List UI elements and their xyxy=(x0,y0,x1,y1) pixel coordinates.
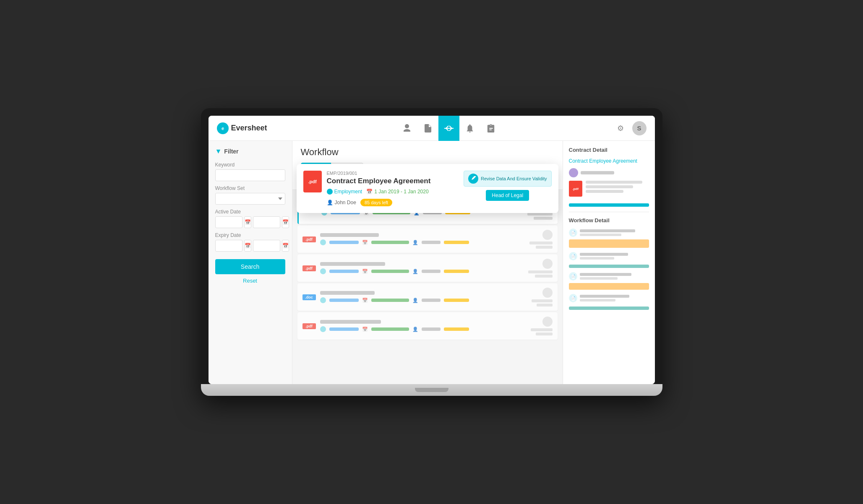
reset-link[interactable]: Reset xyxy=(215,278,285,284)
wf-row-1: 📄 xyxy=(569,229,649,237)
tooltip-file-icon: .pdf xyxy=(303,190,322,192)
keyword-input[interactable] xyxy=(215,169,285,181)
settings-icon[interactable]: ⚙ xyxy=(614,122,627,135)
date-badge: 📅 1 Jan 2019 - 1 Jan 2020 xyxy=(366,190,428,195)
wf-bars-3 xyxy=(580,273,649,280)
keyword-label: Keyword xyxy=(215,162,285,168)
contract-right xyxy=(529,230,553,249)
contract-info: 📅 👤 xyxy=(320,233,525,245)
person-bar xyxy=(422,241,441,244)
contract-detail-title: Contract Detail xyxy=(569,147,649,153)
contract-info: 📅 👤 xyxy=(320,262,524,274)
wf-orange-block-2 xyxy=(569,283,649,290)
expiry-date-from[interactable] xyxy=(215,240,242,252)
laptop-frame: e Eversheet xyxy=(201,108,662,396)
workflow-set-label: Workflow Set xyxy=(215,185,285,191)
contracts-list: .doc 📅 👤 xyxy=(292,190,563,384)
app-header: e Eversheet xyxy=(209,116,655,141)
contract-right xyxy=(528,259,553,278)
active-date-cal-icon[interactable]: 📅 xyxy=(244,216,251,228)
category-bar xyxy=(329,327,359,331)
logo[interactable]: e Eversheet xyxy=(217,122,267,134)
contract-tooltip-popup: .pdf EMP/2019/001 Contract Employee Agre… xyxy=(297,190,558,213)
category-label: Employment xyxy=(334,190,362,195)
active-date-to-cal-icon[interactable]: 📅 xyxy=(282,216,289,228)
contract-info: 📅 👤 xyxy=(320,320,527,332)
user-avatar[interactable]: S xyxy=(632,121,647,135)
contract-row[interactable]: .pdf 📅 👤 xyxy=(297,255,558,282)
panel-status-bar xyxy=(569,203,649,207)
panel-contract-link[interactable]: Contract Employee Agreement xyxy=(569,158,649,164)
wf-icon-3: 📄 xyxy=(569,272,577,281)
person-bar xyxy=(422,327,441,331)
person-bar xyxy=(422,299,441,302)
wf-bar xyxy=(580,299,616,301)
assignee-avatar xyxy=(542,288,553,298)
info-bar xyxy=(531,328,553,331)
panel-name-bar xyxy=(581,171,614,174)
laptop-notch xyxy=(415,388,448,392)
tooltip-content: EMP/2019/001 Contract Employee Agreement… xyxy=(327,190,459,206)
category-icon xyxy=(320,297,326,303)
person-bar xyxy=(422,270,441,273)
calendar-icon: 📅 xyxy=(366,190,373,195)
nav-reports[interactable] xyxy=(480,116,501,141)
contract-right xyxy=(532,288,553,307)
person-icon: 👤 xyxy=(327,200,333,205)
workflow-set-select[interactable] xyxy=(215,193,285,205)
svg-text:e: e xyxy=(221,126,224,131)
file-type-badge: .doc xyxy=(302,294,316,300)
wf-icon-4: 📄 xyxy=(569,294,577,302)
nav-notifications[interactable] xyxy=(459,116,480,141)
filter-label: Filter xyxy=(224,148,238,155)
active-date-label: Active Date xyxy=(215,209,285,215)
search-button[interactable]: Search xyxy=(215,259,285,274)
nav-workflow[interactable] xyxy=(438,116,459,141)
filter-icon: ▼ xyxy=(215,148,222,155)
nav-bar xyxy=(284,116,614,141)
status-bar xyxy=(444,270,469,273)
info-bar xyxy=(532,299,553,302)
wf-bar xyxy=(580,234,621,236)
contract-row[interactable]: .doc 📅 👤 xyxy=(297,283,558,311)
days-left-badge: 85 days left xyxy=(360,199,392,206)
contract-meta: 📅 👤 xyxy=(320,297,527,303)
wf-bars-4 xyxy=(580,295,649,301)
expiry-date-cal-icon[interactable]: 📅 xyxy=(244,240,251,252)
file-type-badge: .pdf xyxy=(302,236,316,242)
expiry-date-to-cal-icon[interactable]: 📅 xyxy=(282,240,289,252)
active-date-from[interactable] xyxy=(215,216,242,228)
wf-bars-2 xyxy=(580,253,649,260)
category-badge: Employment xyxy=(327,190,362,195)
screen: e Eversheet xyxy=(209,116,655,384)
active-date-to[interactable] xyxy=(253,216,280,228)
workflow-detail-title: Workflow Detail xyxy=(569,217,649,223)
nav-people[interactable] xyxy=(396,116,417,141)
contract-row[interactable]: .pdf 📅 👤 xyxy=(297,312,558,340)
info-bar xyxy=(535,275,553,278)
category-bar xyxy=(329,270,359,273)
wf-bar xyxy=(580,253,628,256)
sidebar: ▼ Filter Keyword Workflow Set Active Dat… xyxy=(209,141,292,384)
status-bar xyxy=(444,327,469,331)
contract-row[interactable]: .pdf 📅 👤 xyxy=(297,226,558,253)
panel-user-avatar xyxy=(569,168,578,177)
nav-docs[interactable] xyxy=(417,116,438,141)
wf-row-2: 📄 xyxy=(569,252,649,260)
role-badge: Head of Legal xyxy=(486,190,529,201)
expiry-date-to[interactable] xyxy=(253,240,280,252)
date-bar xyxy=(371,299,409,302)
desc-bar xyxy=(586,181,643,184)
page-title: Workflow xyxy=(301,147,554,158)
tooltip-meta: Employment 📅 1 Jan 2019 - 1 Jan 2020 👤 J… xyxy=(327,190,459,206)
info-bar xyxy=(528,270,553,273)
desc-bar xyxy=(586,190,624,193)
panel-user-row xyxy=(569,168,649,177)
category-icon xyxy=(320,268,326,274)
person-badge: 👤 John Doe xyxy=(327,200,356,205)
wf-row-3: 📄 xyxy=(569,272,649,281)
header-right: ⚙ S xyxy=(614,121,647,135)
date-range-label: 1 Jan 2019 - 1 Jan 2020 xyxy=(374,190,428,195)
info-bar xyxy=(537,304,553,307)
desc-bar xyxy=(586,185,633,188)
